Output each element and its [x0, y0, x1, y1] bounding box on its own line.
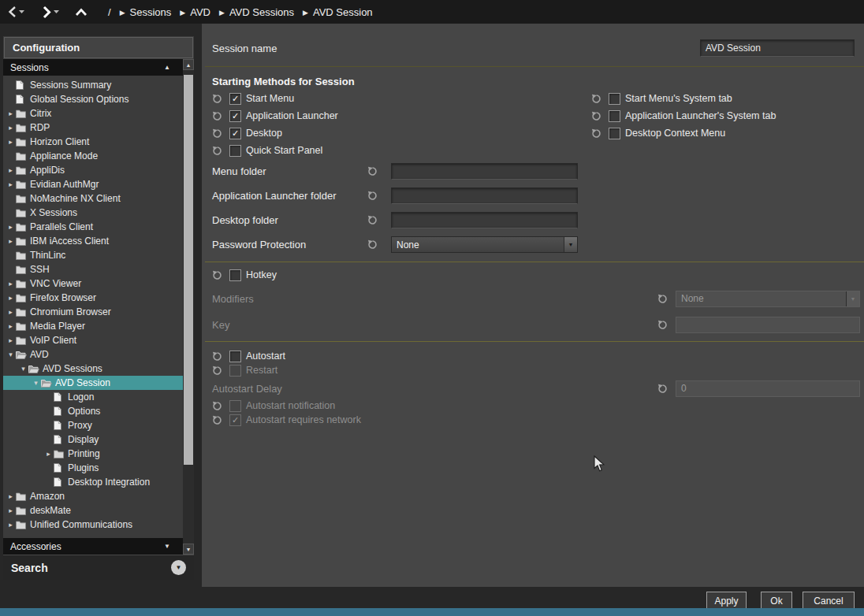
section-header-accessories[interactable]: Accessories ▼ [3, 538, 183, 555]
tree-item-global-session-options[interactable]: Global Session Options [3, 92, 183, 106]
tree-item-printing[interactable]: ▸Printing [3, 447, 183, 461]
tree-item-parallels-client[interactable]: ▸Parallels Client [3, 220, 183, 234]
start-method-application-launcher-checkbox[interactable]: ✓ [229, 110, 241, 122]
revert-icon[interactable] [212, 146, 222, 156]
tree-item-applidis[interactable]: ▸AppliDis [3, 163, 183, 177]
revert-icon[interactable] [591, 94, 601, 104]
start-method-desktop-checkbox[interactable]: ✓ [229, 128, 241, 139]
tree-item-proxy[interactable]: Proxy [3, 418, 183, 432]
breadcrumb-item-avd-sessions[interactable]: ▶AVD Sessions [219, 6, 294, 18]
tree-expander-icon[interactable]: ▾ [18, 365, 28, 373]
tree-item-desktop-integration[interactable]: Desktop Integration [3, 475, 183, 489]
start-method-desktop-context-menu-checkbox[interactable] [609, 128, 620, 139]
revert-icon[interactable] [212, 111, 222, 121]
revert-icon[interactable] [657, 294, 668, 304]
autostart-checkbox[interactable] [229, 351, 241, 362]
forward-history-dropdown-icon[interactable] [54, 10, 59, 13]
start-method-start-menu-s-system-tab-checkbox[interactable] [609, 93, 620, 105]
tree-item-voip-client[interactable]: ▸VoIP Client [3, 333, 183, 347]
up-button[interactable] [75, 8, 88, 17]
tree-item-appliance-mode[interactable]: Appliance Mode [3, 149, 183, 163]
tree-expander-icon[interactable]: ▸ [6, 492, 16, 500]
tree-expander-icon[interactable]: ▸ [6, 521, 16, 529]
revert-icon[interactable] [212, 128, 222, 139]
tree-expander-icon[interactable]: ▸ [6, 223, 16, 231]
tree-item-media-player[interactable]: ▸Media Player [3, 319, 183, 333]
tree-expander-icon[interactable]: ▸ [43, 450, 54, 458]
tree-item-citrix[interactable]: ▸Citrix [3, 106, 183, 121]
desktop-folder-input[interactable] [391, 212, 578, 228]
tree-item-deskmate[interactable]: ▸deskMate [3, 503, 183, 518]
tree-item-vnc-viewer[interactable]: ▸VNC Viewer [3, 276, 183, 291]
tree-item-display[interactable]: Display [3, 432, 183, 447]
revert-icon[interactable] [212, 270, 222, 280]
tree-item-rdp[interactable]: ▸RDP [3, 121, 183, 135]
tree-expander-icon[interactable]: ▸ [6, 308, 16, 316]
tree-scrollbar[interactable]: ▲ ▼ [183, 59, 194, 555]
revert-icon[interactable] [591, 128, 601, 139]
tree-item-unified-communications[interactable]: ▸Unified Communications [3, 518, 183, 532]
tree-expander-icon[interactable]: ▸ [6, 109, 16, 117]
menu-folder-input[interactable] [391, 163, 578, 180]
revert-icon[interactable] [657, 320, 668, 330]
tree-expander-icon[interactable]: ▸ [6, 507, 16, 514]
tree-expander-icon[interactable]: ▸ [6, 237, 16, 245]
back-button[interactable] [8, 6, 17, 18]
scrollbar-up-button[interactable]: ▲ [183, 59, 194, 70]
tree-item-avd-session[interactable]: ▾AVD Session [3, 376, 183, 390]
tree-item-x-sessions[interactable]: X Sessions [3, 206, 183, 220]
tree-expander-icon[interactable]: ▾ [6, 351, 16, 358]
scrollbar-thumb[interactable] [184, 75, 193, 465]
tree-expander-icon[interactable]: ▸ [6, 138, 16, 146]
start-method-quick-start-panel-checkbox[interactable] [229, 145, 241, 157]
tree-expander-icon[interactable]: ▸ [6, 336, 16, 344]
password-protection-select[interactable]: None▼ [391, 236, 578, 253]
tree-item-amazon[interactable]: ▸Amazon [3, 489, 183, 503]
dropdown-arrow-icon[interactable]: ▼ [564, 237, 577, 252]
revert-icon[interactable] [212, 401, 222, 411]
revert-icon[interactable] [212, 366, 222, 376]
revert-icon[interactable] [657, 384, 668, 394]
tree-item-options[interactable]: Options [3, 404, 183, 418]
scrollbar-down-button[interactable]: ▼ [183, 544, 194, 555]
revert-icon[interactable] [367, 166, 378, 176]
breadcrumb-item-avd[interactable]: ▶AVD [180, 6, 210, 18]
tree-item-sessions-summary[interactable]: Sessions Summary [3, 78, 183, 92]
breadcrumb-item-avd-session[interactable]: ▶AVD Session [303, 6, 373, 18]
revert-icon[interactable] [591, 111, 601, 121]
tree-item-chromium-browser[interactable]: ▸Chromium Browser [3, 305, 183, 319]
revert-icon[interactable] [212, 415, 222, 425]
revert-icon[interactable] [367, 215, 378, 225]
start-method-application-launcher-s-system-tab-checkbox[interactable] [609, 110, 620, 122]
start-method-start-menu-checkbox[interactable]: ✓ [229, 93, 241, 105]
tree-expander-icon[interactable]: ▸ [6, 294, 16, 302]
revert-icon[interactable] [212, 94, 222, 104]
tree-item-ssh[interactable]: SSH [3, 262, 183, 276]
tree-item-ibm-iaccess-client[interactable]: ▸IBM iAccess Client [3, 234, 183, 248]
tree-expander-icon[interactable]: ▸ [6, 322, 16, 330]
breadcrumb-item-sessions[interactable]: ▶Sessions [120, 6, 172, 18]
section-header-sessions[interactable]: Sessions ▲ [3, 59, 183, 76]
tree-item-plugins[interactable]: Plugins [3, 461, 183, 475]
search-section[interactable]: Search ▼ [3, 555, 194, 580]
tree-expander-icon[interactable]: ▾ [31, 379, 41, 387]
tree-item-avd-sessions[interactable]: ▾AVD Sessions [3, 362, 183, 376]
tree-item-logon[interactable]: Logon [3, 390, 183, 404]
back-history-dropdown-icon[interactable] [19, 10, 24, 13]
application-launcher-folder-input[interactable] [391, 187, 578, 204]
hotkey-checkbox[interactable] [229, 269, 241, 281]
tree-item-thinlinc[interactable]: ThinLinc [3, 248, 183, 262]
tree-item-nomachine-nx-client[interactable]: NoMachine NX Client [3, 191, 183, 206]
session-name-input[interactable]: AVD Session [700, 39, 855, 57]
revert-icon[interactable] [367, 191, 378, 201]
tree-item-horizon-client[interactable]: ▸Horizon Client [3, 135, 183, 149]
tree-expander-icon[interactable]: ▸ [6, 280, 16, 288]
tree-item-firefox-browser[interactable]: ▸Firefox Browser [3, 291, 183, 305]
search-expand-button[interactable]: ▼ [171, 560, 186, 575]
tree-expander-icon[interactable]: ▸ [6, 124, 16, 132]
forward-button[interactable] [42, 6, 51, 19]
tree-expander-icon[interactable]: ▸ [6, 166, 16, 174]
revert-icon[interactable] [212, 351, 222, 362]
scrollbar-track[interactable] [183, 70, 194, 544]
tree-expander-icon[interactable]: ▸ [6, 180, 16, 188]
